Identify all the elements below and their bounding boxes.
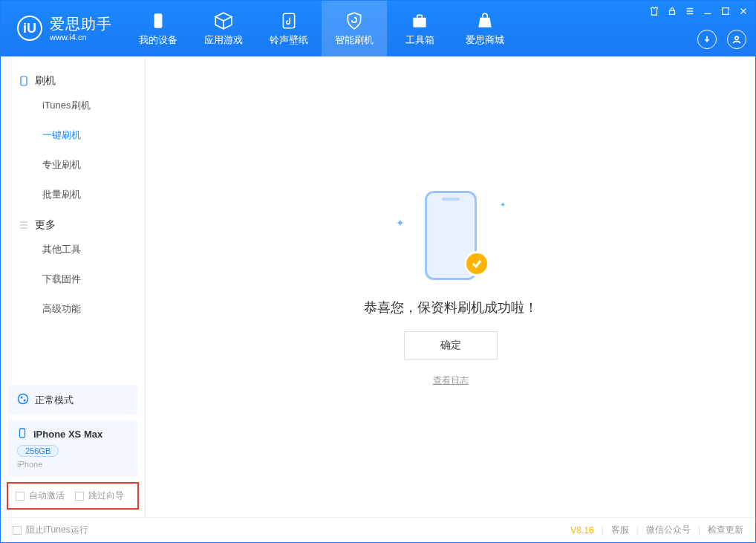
bag-icon	[475, 11, 495, 30]
tab-label: 应用游戏	[204, 33, 243, 47]
device-type: iPhone	[17, 460, 128, 469]
skip-guide-checkbox[interactable]: 跳过向导	[75, 490, 124, 502]
app-window: iU 爱思助手 www.i4.cn 我的设备 应用游戏 铃声壁纸 智能刷机	[0, 0, 756, 543]
maximize-icon[interactable]	[720, 5, 731, 17]
device-icon	[19, 76, 29, 86]
svg-rect-11	[20, 429, 25, 438]
view-log-link[interactable]: 查看日志	[433, 374, 469, 387]
list-icon	[19, 220, 29, 230]
device-small-icon	[17, 428, 27, 440]
tab-store[interactable]: 爱思商城	[452, 1, 518, 56]
tab-label: 智能刷机	[335, 33, 374, 47]
tab-label: 爱思商城	[466, 33, 504, 47]
svg-point-6	[735, 36, 738, 39]
ok-button[interactable]: 确定	[404, 331, 498, 360]
svg-rect-2	[413, 17, 426, 27]
main-tabs: 我的设备 应用游戏 铃声壁纸 智能刷机 工具箱 爱思商城	[126, 1, 518, 56]
checkbox-label: 跳过向导	[88, 490, 124, 502]
footer: 阻止iTunes运行 V8.16 | 客服 | 微信公众号 | 检查更新	[1, 517, 755, 542]
footer-link-support[interactable]: 客服	[611, 524, 629, 536]
tab-label: 铃声壁纸	[270, 33, 308, 47]
sidebar-group-more: 更多	[1, 209, 145, 235]
svg-rect-5	[723, 8, 729, 15]
body: 刷机 iTunes刷机 一键刷机 专业刷机 批量刷机 更多 其他工具 下载固件 …	[1, 56, 755, 517]
svg-rect-0	[154, 13, 163, 28]
svg-rect-7	[21, 77, 27, 85]
checkbox-label: 阻止iTunes运行	[26, 524, 88, 536]
main-content: ✦ ✦ 恭喜您，保资料刷机成功啦！ 确定 查看日志	[146, 56, 755, 517]
sparkle-icon: ✦	[500, 201, 506, 209]
device-name: iPhone XS Max	[33, 429, 102, 440]
sidebar-item-advanced[interactable]: 高级功能	[1, 294, 145, 324]
svg-rect-1	[283, 13, 294, 28]
minimize-icon[interactable]	[702, 5, 714, 17]
app-url: www.i4.cn	[50, 33, 112, 42]
header: iU 爱思助手 www.i4.cn 我的设备 应用游戏 铃声壁纸 智能刷机	[1, 1, 755, 56]
window-controls	[648, 5, 749, 17]
mode-card[interactable]: 正常模式	[8, 386, 137, 414]
svg-point-10	[24, 400, 26, 402]
sidebar-item-onekey-flash[interactable]: 一键刷机	[1, 120, 145, 150]
footer-link-wechat[interactable]: 微信公众号	[646, 524, 691, 536]
close-icon[interactable]	[737, 5, 749, 17]
music-icon	[279, 11, 299, 30]
sidebar-item-itunes-flash[interactable]: iTunes刷机	[1, 91, 145, 120]
logo: iU 爱思助手 www.i4.cn	[1, 16, 126, 42]
version-label: V8.16	[570, 525, 593, 536]
device-card[interactable]: iPhone XS Max 256GB iPhone	[8, 420, 137, 476]
sparkle-icon: ✦	[396, 217, 405, 229]
svg-rect-3	[417, 15, 423, 18]
menu-icon[interactable]	[684, 5, 696, 17]
sidebar-item-batch-flash[interactable]: 批量刷机	[1, 180, 145, 209]
lock-icon[interactable]	[666, 5, 678, 17]
tab-toolbox[interactable]: 工具箱	[387, 1, 452, 56]
svg-rect-4	[670, 10, 675, 14]
group-label: 刷机	[35, 74, 56, 88]
sidebar-item-download-firmware[interactable]: 下载固件	[1, 264, 145, 294]
phone-icon	[149, 11, 168, 30]
checkbox-label: 自动激活	[29, 490, 65, 502]
flash-options: 自动激活 跳过向导	[7, 482, 139, 510]
tab-my-device[interactable]: 我的设备	[126, 1, 191, 56]
cube-icon	[214, 11, 233, 30]
mode-label: 正常模式	[35, 394, 74, 407]
block-itunes-checkbox[interactable]: 阻止iTunes运行	[13, 524, 88, 536]
footer-link-update[interactable]: 检查更新	[708, 524, 743, 536]
device-storage: 256GB	[17, 445, 59, 457]
svg-point-9	[21, 397, 23, 399]
shield-refresh-icon	[345, 11, 364, 30]
shirt-icon[interactable]	[648, 5, 660, 17]
tab-smart-flash[interactable]: 智能刷机	[322, 1, 387, 56]
tab-label: 工具箱	[405, 33, 434, 47]
app-name: 爱思助手	[50, 16, 112, 33]
sidebar-item-other-tools[interactable]: 其他工具	[1, 235, 145, 264]
sidebar-item-pro-flash[interactable]: 专业刷机	[1, 150, 145, 180]
success-message: 恭喜您，保资料刷机成功啦！	[364, 299, 538, 316]
download-button[interactable]	[697, 30, 717, 49]
check-badge-icon	[464, 251, 489, 276]
success-illustration: ✦ ✦	[391, 187, 510, 284]
toolbox-icon	[410, 11, 429, 30]
mode-icon	[17, 393, 29, 407]
header-right-actions	[697, 30, 746, 49]
user-button[interactable]	[727, 30, 746, 49]
group-label: 更多	[35, 218, 56, 232]
svg-point-8	[19, 394, 28, 404]
tab-label: 我的设备	[139, 33, 177, 47]
sidebar-group-flash: 刷机	[1, 65, 145, 91]
logo-icon: iU	[17, 16, 42, 41]
sidebar: 刷机 iTunes刷机 一键刷机 专业刷机 批量刷机 更多 其他工具 下载固件 …	[1, 56, 146, 517]
auto-activate-checkbox[interactable]: 自动激活	[16, 490, 65, 502]
tab-apps-games[interactable]: 应用游戏	[191, 1, 256, 56]
tab-ringtones[interactable]: 铃声壁纸	[256, 1, 322, 56]
